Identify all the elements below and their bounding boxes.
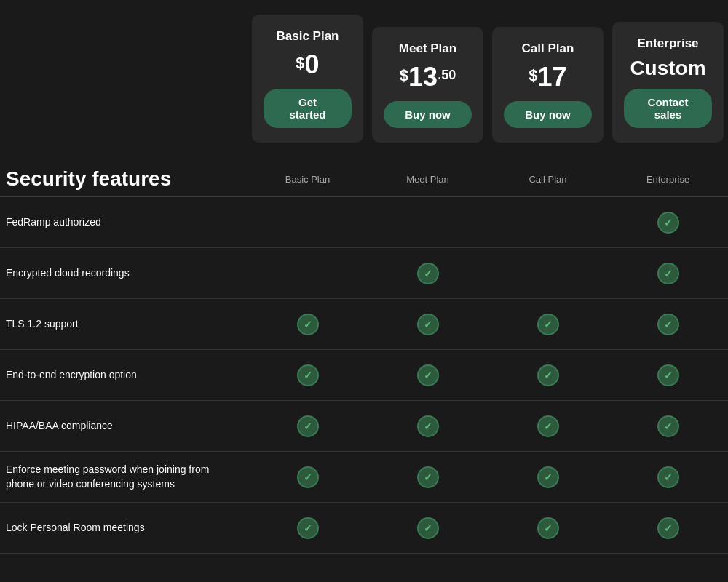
plan-price-meet: $ 13 .50 [400, 62, 456, 92]
feature-row: Encrypted cloud recordings [0, 248, 728, 299]
check-icon [417, 466, 439, 488]
feature-cell-2-plan-3 [608, 314, 728, 335]
feature-name: Lock Personal Room meetings [0, 521, 248, 535]
plan-card-basic: Basic Plan $ 0 Get started [252, 15, 363, 143]
check-icon [297, 466, 319, 488]
plan-card-call: Call Plan $ 17 Buy now [492, 27, 604, 143]
get-started-button[interactable]: Get started [264, 89, 352, 128]
check-icon [417, 364, 439, 386]
feature-cell-4-plan-2 [488, 415, 608, 437]
check-icon [297, 364, 319, 386]
feature-name: Enforce meeting password when joining fr… [0, 463, 248, 491]
features-container: FedRamp authorizedEncrypted cloud record… [0, 197, 728, 554]
plans-header: Basic Plan $ 0 Get started Meet Plan $ 1… [0, 0, 728, 143]
feature-name: End-to-end encryption option [0, 368, 248, 383]
feature-row: FedRamp authorized [0, 197, 728, 248]
feature-cell-0-plan-3 [608, 212, 728, 234]
feature-cell-1-plan-1 [368, 263, 488, 284]
check-icon [537, 364, 559, 386]
plan-name-call: Call Plan [522, 41, 574, 56]
feature-row: End-to-end encryption option [0, 350, 728, 401]
check-icon [657, 263, 679, 284]
check-icon [297, 517, 319, 539]
feature-cell-5-plan-0 [248, 466, 368, 488]
plan-name-enterprise: Enterprise [637, 36, 698, 51]
section-title: Security features [0, 167, 248, 191]
check-icon [537, 517, 559, 539]
feature-row: Lock Personal Room meetings [0, 503, 728, 554]
feature-cell-2-plan-0 [248, 314, 368, 335]
feature-row: HIPAA/BAA compliance [0, 401, 728, 452]
feature-cell-5-plan-2 [488, 466, 608, 488]
check-icon [537, 415, 559, 437]
check-icon [417, 517, 439, 539]
feature-name: FedRamp authorized [0, 215, 248, 230]
feature-cell-3-plan-3 [608, 364, 728, 386]
check-icon [657, 517, 679, 539]
check-icon [657, 212, 679, 234]
feature-cell-6-plan-1 [368, 517, 488, 539]
section-label-basic: Basic Plan [248, 174, 368, 185]
feature-cell-6-plan-2 [488, 517, 608, 539]
feature-cell-6-plan-0 [248, 517, 368, 539]
plan-price-call: $ 17 [529, 62, 566, 92]
feature-cell-3-plan-2 [488, 364, 608, 386]
feature-row: Enforce meeting password when joining fr… [0, 452, 728, 503]
check-icon [537, 466, 559, 488]
feature-cell-2-plan-2 [488, 314, 608, 335]
feature-cell-6-plan-3 [608, 517, 728, 539]
feature-cell-3-plan-1 [368, 364, 488, 386]
feature-name: TLS 1.2 support [0, 317, 248, 332]
check-icon [297, 314, 319, 335]
feature-cell-4-plan-3 [608, 415, 728, 437]
check-icon [417, 263, 439, 284]
feature-cell-1-plan-3 [608, 263, 728, 284]
feature-cell-4-plan-0 [248, 415, 368, 437]
feature-cell-4-plan-1 [368, 415, 488, 437]
feature-row: TLS 1.2 support [0, 299, 728, 350]
feature-cell-5-plan-1 [368, 466, 488, 488]
plan-card-meet: Meet Plan $ 13 .50 Buy now [372, 27, 483, 143]
section-label-meet: Meet Plan [368, 174, 488, 185]
section-label-enterprise: Enterprise [608, 174, 728, 185]
check-icon [417, 415, 439, 437]
feature-cell-3-plan-0 [248, 364, 368, 386]
check-icon [657, 364, 679, 386]
plan-name-basic: Basic Plan [277, 29, 339, 44]
buy-now-call-button[interactable]: Buy now [504, 101, 592, 128]
plan-price-basic: $ 0 [296, 49, 319, 80]
buy-now-meet-button[interactable]: Buy now [384, 101, 472, 128]
plan-name-meet: Meet Plan [399, 41, 456, 56]
check-icon [297, 415, 319, 437]
feature-name: HIPAA/BAA compliance [0, 419, 248, 434]
plan-card-enterprise: Enterprise Custom Contact sales [612, 22, 724, 143]
feature-cell-2-plan-1 [368, 314, 488, 335]
feature-cell-5-plan-3 [608, 466, 728, 488]
contact-sales-button[interactable]: Contact sales [624, 89, 712, 128]
plan-price-enterprise: Custom [630, 57, 705, 80]
section-label-call: Call Plan [488, 174, 608, 185]
section-header: Security features Basic Plan Meet Plan C… [0, 150, 728, 197]
check-icon [657, 415, 679, 437]
pricing-table: Basic Plan $ 0 Get started Meet Plan $ 1… [0, 0, 728, 554]
check-icon [537, 314, 559, 335]
check-icon [657, 314, 679, 335]
check-icon [657, 466, 679, 488]
check-icon [417, 314, 439, 335]
feature-name: Encrypted cloud recordings [0, 266, 248, 281]
